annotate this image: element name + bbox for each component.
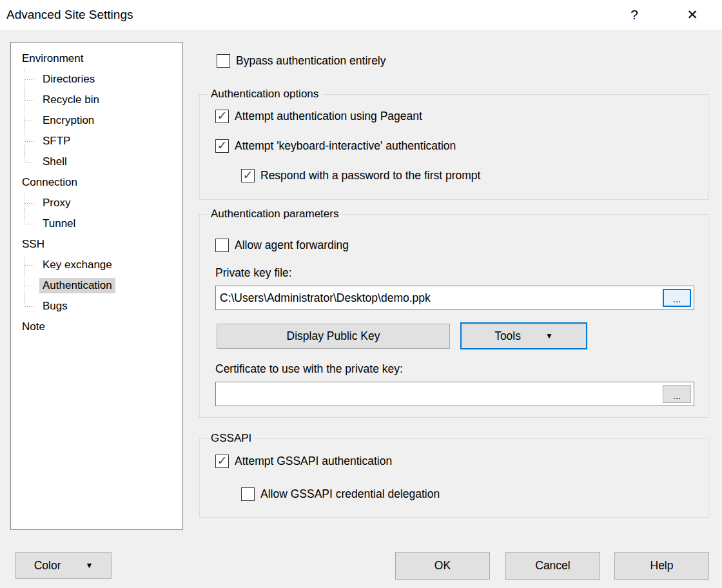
private-key-label: Private key file: <box>215 266 292 280</box>
agent-forwarding-checkbox[interactable] <box>215 239 229 252</box>
keyboard-interactive-checkbox[interactable] <box>215 139 229 153</box>
tree-item-authentication[interactable]: Authentication <box>11 275 182 296</box>
close-icon[interactable]: ✕ <box>672 0 713 30</box>
gssapi-attempt-checkbox[interactable] <box>215 455 229 468</box>
gssapi-title: GSSAPI <box>208 432 255 445</box>
authentication-options-title: Authentication options <box>208 88 322 101</box>
cancel-button[interactable]: Cancel <box>505 552 600 580</box>
certificate-browse-button[interactable]: ... <box>663 385 691 403</box>
tree-item-shell[interactable]: Shell <box>11 152 182 172</box>
gssapi-attempt-row: Attempt GSSAPI authentication <box>215 455 392 468</box>
tree-item-proxy[interactable]: Proxy <box>11 193 182 213</box>
keyboard-interactive-row: Attempt 'keyboard-interactive' authentic… <box>215 139 456 153</box>
pageant-checkbox[interactable] <box>215 110 229 123</box>
tree-item-encryption[interactable]: Encryption <box>11 110 182 131</box>
title-bar: Advanced Site Settings ? ✕ <box>0 0 722 30</box>
settings-tree: Environment Directories Recycle bin Encr… <box>10 42 183 530</box>
tree-group-environment: Directories Recycle bin Encryption SFTP … <box>11 69 182 172</box>
tree-item-key-exchange[interactable]: Key exchange <box>11 255 182 275</box>
gssapi-delegation-checkbox[interactable] <box>241 487 255 501</box>
tree-item-bugs[interactable]: Bugs <box>11 296 182 317</box>
tree-item-connection[interactable]: Connection <box>11 172 182 193</box>
respond-password-row: Respond with a password to the first pro… <box>241 169 480 182</box>
tools-button-label: Tools <box>494 329 521 343</box>
gssapi-group: GSSAPI <box>199 438 709 518</box>
bypass-authentication-checkbox[interactable] <box>217 54 230 68</box>
pageant-row: Attempt authentication using Pageant <box>215 110 422 123</box>
tree-item-directories[interactable]: Directories <box>11 69 182 90</box>
private-key-browse-button[interactable]: ... <box>663 289 691 307</box>
certificate-input[interactable]: ... <box>215 382 694 406</box>
window-title: Advanced Site Settings <box>6 8 133 22</box>
tree-item-sftp[interactable]: SFTP <box>11 131 182 152</box>
tree-item-recycle-bin[interactable]: Recycle bin <box>11 90 182 110</box>
bypass-authentication-row: Bypass authentication entirely <box>217 54 386 68</box>
private-key-value: C:\Users\Administrator\Desktop\demo.ppk <box>216 291 663 305</box>
private-key-input[interactable]: C:\Users\Administrator\Desktop\demo.ppk … <box>215 286 694 310</box>
authentication-parameters-title: Authentication parameters <box>208 208 342 220</box>
color-button[interactable]: Color ▼ <box>15 552 112 579</box>
certificate-label: Certificate to use with the private key: <box>215 362 403 376</box>
tree-group-ssh: Key exchange Authentication Bugs <box>11 255 182 317</box>
color-button-label: Color <box>34 559 61 573</box>
tree-item-tunnel[interactable]: Tunnel <box>11 213 182 234</box>
respond-password-checkbox[interactable] <box>241 169 255 182</box>
tree-item-environment[interactable]: Environment <box>11 48 182 69</box>
tools-dropdown-arrow-icon: ▼ <box>545 331 553 340</box>
tree-group-connection: Proxy Tunnel <box>11 193 182 234</box>
gssapi-delegation-row: Allow GSSAPI credential delegation <box>241 487 440 501</box>
color-dropdown-arrow-icon: ▼ <box>85 561 93 570</box>
display-public-key-button[interactable]: Display Public Key <box>217 324 450 349</box>
help-icon[interactable]: ? <box>614 0 655 30</box>
advanced-site-settings-dialog: Advanced Site Settings ? ✕ Environment D… <box>0 0 722 588</box>
agent-forwarding-row: Allow agent forwarding <box>215 239 349 252</box>
ok-button[interactable]: OK <box>395 552 490 580</box>
help-button[interactable]: Help <box>614 552 709 580</box>
tree-item-note[interactable]: Note <box>11 317 182 337</box>
tools-button[interactable]: Tools ▼ <box>460 322 587 349</box>
tree-item-ssh[interactable]: SSH <box>11 234 182 255</box>
